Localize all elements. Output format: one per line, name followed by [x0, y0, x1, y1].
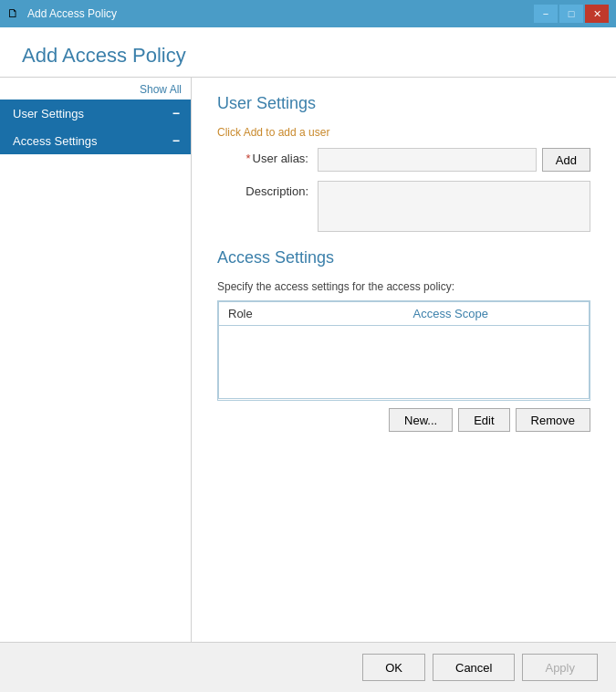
sidebar-item-access-settings[interactable]: Access Settings − [0, 127, 191, 154]
empty-row [219, 326, 590, 399]
window-icon: 🗋 [7, 6, 22, 21]
col-role: Role [219, 302, 404, 326]
content-area: User Settings Click Add to add a user *U… [192, 78, 616, 642]
sidebar-user-settings-icon: − [172, 106, 180, 121]
title-bar: 🗋 Add Access Policy − □ ✕ [0, 0, 616, 27]
user-settings-info: Click Add to add a user [217, 126, 590, 139]
access-settings-title: Access Settings [217, 248, 590, 267]
section-divider: Access Settings [217, 248, 590, 267]
apply-button[interactable]: Apply [522, 654, 598, 681]
close-button[interactable]: ✕ [585, 5, 609, 23]
description-textarea[interactable] [318, 181, 590, 232]
col-access-scope: Access Scope [404, 302, 590, 326]
user-alias-label: *User alias: [217, 148, 318, 165]
new-button[interactable]: New... [389, 408, 453, 432]
main-window: Add Access Policy Show All User Settings… [0, 27, 616, 692]
description-row: Description: [217, 181, 590, 232]
add-button[interactable]: Add [542, 148, 590, 172]
show-all-link[interactable]: Show All [0, 81, 191, 100]
remove-button[interactable]: Remove [516, 408, 590, 432]
description-label: Description: [217, 181, 318, 198]
access-settings-info: Specify the access settings for the acce… [217, 280, 590, 293]
user-settings-title: User Settings [217, 94, 590, 113]
cancel-button[interactable]: Cancel [433, 654, 515, 681]
minimize-button[interactable]: − [534, 5, 558, 23]
access-table: Role Access Scope [218, 301, 590, 399]
window-controls: − □ ✕ [534, 5, 609, 23]
edit-button[interactable]: Edit [458, 408, 509, 432]
table-action-buttons: New... Edit Remove [217, 408, 590, 432]
dialog-body: Show All User Settings − Access Settings… [0, 78, 616, 642]
sidebar-user-settings-label: User Settings [13, 107, 84, 121]
sidebar: Show All User Settings − Access Settings… [0, 78, 192, 642]
sidebar-item-user-settings[interactable]: User Settings − [0, 100, 191, 127]
dialog-title: Add Access Policy [22, 44, 594, 68]
sidebar-access-settings-label: Access Settings [13, 134, 98, 148]
access-table-wrapper: Role Access Scope [217, 300, 590, 401]
dialog-footer: OK Cancel Apply [0, 642, 616, 692]
user-alias-row: *User alias: Add [217, 148, 590, 172]
user-alias-input[interactable] [318, 148, 537, 172]
required-marker: * [246, 152, 251, 165]
sidebar-access-settings-icon: − [172, 133, 180, 148]
dialog-header: Add Access Policy [0, 27, 616, 78]
access-table-body [219, 326, 590, 399]
user-alias-input-group: Add [318, 148, 590, 172]
maximize-button[interactable]: □ [559, 5, 583, 23]
ok-button[interactable]: OK [362, 654, 425, 681]
title-bar-text: Add Access Policy [27, 7, 534, 20]
